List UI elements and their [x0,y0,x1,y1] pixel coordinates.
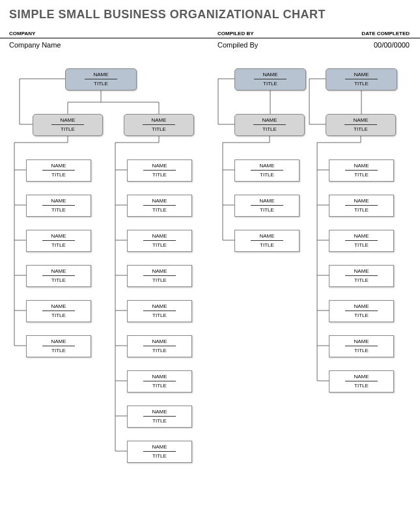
org-node-mid: NAMETITLE [234,114,305,136]
node-title: TITLE [27,312,91,318]
node-name: NAME [27,233,91,240]
node-name: NAME [329,374,393,380]
org-node-leaf: NAMETITLE [127,195,192,217]
node-title: TITLE [329,277,393,283]
node-name: NAME [33,117,102,124]
node-title: TITLE [326,126,395,132]
node-title: TITLE [128,312,191,318]
org-node-leaf: NAMETITLE [127,300,192,322]
org-node-top: NAMETITLE [65,68,137,90]
node-title: TITLE [235,242,299,248]
org-node-leaf: NAMETITLE [26,159,91,182]
node-name: NAME [128,233,191,240]
node-title: TITLE [235,207,299,213]
node-name: NAME [27,303,91,310]
org-node-top: NAMETITLE [234,68,306,90]
node-title: TITLE [329,172,393,178]
node-name: NAME [329,303,393,310]
node-name: NAME [235,163,299,169]
node-title: TITLE [128,207,191,213]
node-name: NAME [128,374,191,380]
org-chart: NAMETITLENAMETITLENAMETITLENAMETITLENAME… [0,62,420,517]
node-title: TITLE [33,126,102,132]
org-node-leaf: NAMETITLE [127,335,192,357]
date-label: DATE COMPLETED [348,31,410,38]
node-name: NAME [124,117,193,124]
node-name: NAME [128,303,191,310]
org-node-leaf: NAMETITLE [127,441,192,463]
node-name: NAME [27,338,91,345]
node-name: NAME [235,198,299,204]
node-title: TITLE [235,81,305,87]
org-node-leaf: NAMETITLE [26,195,91,217]
node-name: NAME [128,444,191,450]
org-node-mid: NAMETITLE [326,114,396,136]
org-node-leaf: NAMETITLE [329,335,394,357]
node-name: NAME [329,268,393,275]
org-node-leaf: NAMETITLE [234,195,300,217]
org-node-leaf: NAMETITLE [127,406,192,428]
node-title: TITLE [27,348,91,353]
node-name: NAME [326,72,397,78]
org-node-leaf: NAMETITLE [234,230,300,252]
node-name: NAME [128,268,191,275]
org-node-mid: NAMETITLE [33,114,103,136]
node-title: TITLE [27,277,91,283]
org-node-leaf: NAMETITLE [329,265,394,287]
compiled-label: COMPILED BY [217,31,348,38]
node-name: NAME [128,409,191,415]
node-title: TITLE [235,172,299,178]
node-name: NAME [329,163,393,169]
org-node-leaf: NAMETITLE [26,300,91,322]
org-node-leaf: NAMETITLE [26,335,91,357]
header-labels: COMPANY COMPILED BY DATE COMPLETED [0,31,420,38]
org-node-leaf: NAMETITLE [329,370,394,393]
org-node-leaf: NAMETITLE [127,265,192,287]
org-node-leaf: NAMETITLE [26,230,91,252]
node-title: TITLE [128,418,191,424]
node-title: TITLE [128,348,191,353]
org-node-leaf: NAMETITLE [26,265,91,287]
org-node-leaf: NAMETITLE [127,370,192,393]
node-title: TITLE [329,207,393,213]
org-node-leaf: NAMETITLE [127,230,192,252]
org-node-mid: NAMETITLE [124,114,194,136]
node-title: TITLE [326,81,397,87]
node-title: TITLE [128,453,191,459]
page-title: SIMPLE SMALL BUSINESS ORGANIZATIONAL CHA… [0,0,420,25]
node-title: TITLE [66,81,136,87]
node-title: TITLE [128,383,191,389]
node-name: NAME [235,233,299,240]
org-node-leaf: NAMETITLE [329,195,394,217]
org-node-leaf: NAMETITLE [127,159,192,182]
node-name: NAME [329,233,393,240]
node-name: NAME [128,198,191,204]
node-name: NAME [329,338,393,345]
org-node-leaf: NAMETITLE [234,159,300,182]
node-name: NAME [27,268,91,275]
org-node-leaf: NAMETITLE [329,159,394,182]
node-title: TITLE [27,207,91,213]
node-name: NAME [128,338,191,345]
org-node-leaf: NAMETITLE [329,230,394,252]
compiled-value: Compiled By [217,41,348,49]
node-title: TITLE [329,383,393,389]
node-name: NAME [326,117,395,124]
node-name: NAME [329,198,393,204]
node-name: NAME [27,198,91,204]
node-title: TITLE [27,172,91,178]
node-title: TITLE [128,242,191,248]
node-name: NAME [128,163,191,169]
node-title: TITLE [329,312,393,318]
node-title: TITLE [124,126,193,132]
company-label: COMPANY [9,31,217,38]
node-title: TITLE [27,242,91,248]
org-node-top: NAMETITLE [326,68,397,90]
node-title: TITLE [329,242,393,248]
node-name: NAME [235,72,305,78]
node-name: NAME [27,163,91,169]
node-title: TITLE [235,126,304,132]
org-node-leaf: NAMETITLE [329,300,394,322]
header-values: Company Name Compiled By 00/00/0000 [0,38,420,49]
node-title: TITLE [128,172,191,178]
